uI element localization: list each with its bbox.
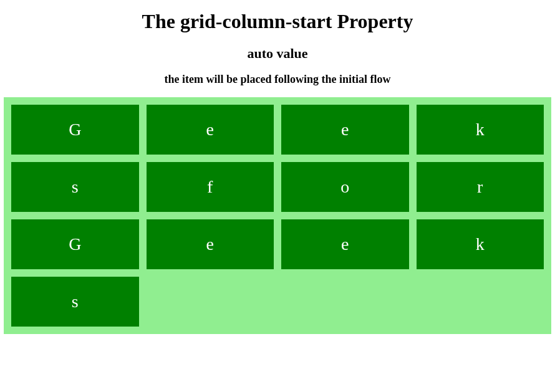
- grid-item: e: [281, 219, 409, 269]
- grid-item: s: [11, 162, 139, 212]
- grid-item: G: [11, 105, 139, 155]
- subtitle-value: auto value: [0, 45, 555, 62]
- grid-container: G e e k s f o r G e e k s: [4, 97, 551, 334]
- grid-item: e: [147, 105, 274, 155]
- grid-item: e: [147, 219, 274, 269]
- description-text: the item will be placed following the in…: [0, 73, 555, 86]
- grid-item: k: [417, 105, 544, 155]
- grid-item: o: [281, 162, 409, 212]
- grid-item: e: [281, 105, 409, 155]
- grid-item: s: [11, 277, 139, 327]
- grid-item: r: [417, 162, 544, 212]
- grid-item: f: [147, 162, 274, 212]
- grid-item: k: [417, 219, 544, 269]
- page-title: The grid-column-start Property: [0, 10, 555, 33]
- grid-item: G: [11, 219, 139, 269]
